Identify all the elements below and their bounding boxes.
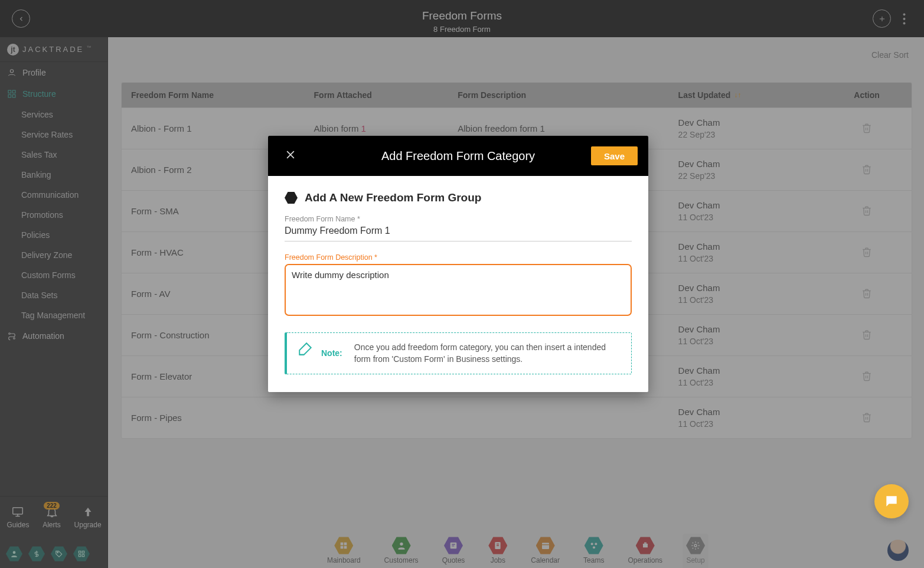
modal-group-title: Add A New Freedom Form Group (305, 191, 481, 204)
desc-field-wrap: Freedom Form Description * (285, 253, 632, 318)
name-field-wrap: Freedom Form Name * (285, 215, 632, 241)
hexagon-icon (285, 191, 298, 204)
freedom-form-description-input[interactable] (285, 264, 632, 316)
modal-body: Add A New Freedom Form Group Freedom For… (268, 176, 648, 392)
save-button[interactable]: Save (591, 146, 638, 165)
chat-bubble-button[interactable] (874, 484, 909, 518)
close-icon (285, 149, 296, 161)
add-category-modal: Add Freedom Form Category Save Add A New… (268, 136, 648, 392)
chat-icon (884, 494, 899, 509)
desc-label: Freedom Form Description * (285, 253, 632, 262)
modal-header: Add Freedom Form Category Save (268, 136, 648, 176)
modal-group-heading: Add A New Freedom Form Group (285, 191, 632, 204)
edit-note-icon (298, 341, 313, 357)
note-text: Once you add freedom form category, you … (354, 341, 621, 365)
modal-close-button[interactable] (285, 149, 299, 163)
note-box: Note: Once you add freedom form category… (285, 332, 632, 374)
name-label: Freedom Form Name * (285, 215, 632, 223)
freedom-form-name-input[interactable] (285, 223, 632, 241)
note-label: Note: (321, 348, 342, 358)
